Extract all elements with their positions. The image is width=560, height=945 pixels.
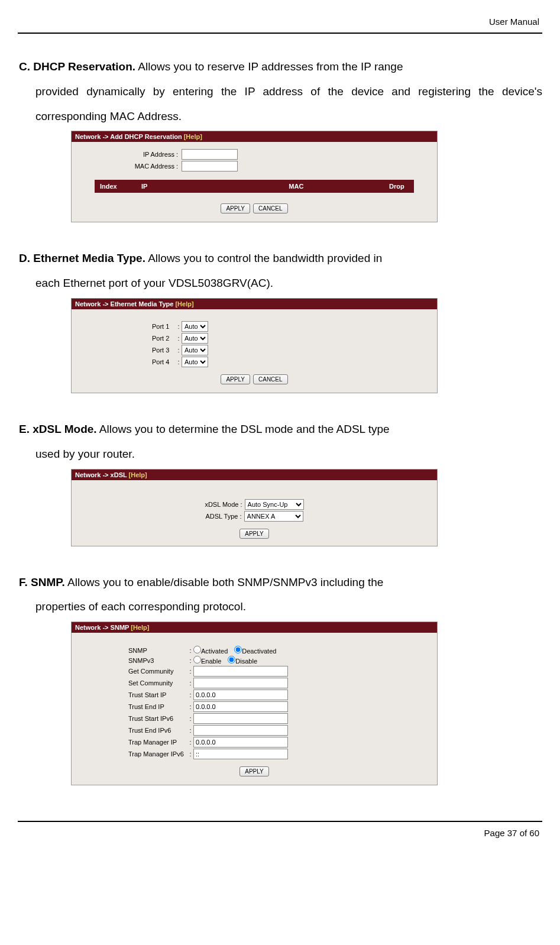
getc-label: Get Community	[75, 668, 187, 675]
adsl-label: ADSL Type :	[205, 513, 244, 520]
cancel-button[interactable]: CANCEL	[253, 374, 288, 384]
reservation-table: Index IP MAC Drop	[95, 180, 414, 193]
section-body: provided dynamically by entering the IP …	[19, 79, 542, 129]
panel-title: Network -> SNMP [Help]	[72, 622, 437, 633]
page-number: Page 37	[484, 828, 517, 838]
section-e: E. xDSL Mode. Allows you to determine th…	[18, 417, 542, 546]
xdsl-label: xDSL Mode :	[205, 501, 244, 508]
ts6-label: Trust Start IPv6	[75, 715, 187, 722]
section-d: D. Ethernet Media Type. Allows you to co…	[18, 246, 542, 393]
footer: Page 37 of 60	[18, 821, 542, 838]
snmpv3-enable-radio[interactable]	[193, 656, 201, 664]
disable-label: Disable	[235, 658, 257, 665]
th-index: Index	[95, 180, 137, 193]
mac-input[interactable]	[182, 161, 238, 171]
panel-title: Network -> Ethernet Media Type [Help]	[72, 299, 437, 309]
section-lead: Allows you to reserve IP addresses from …	[135, 60, 403, 73]
xdsl-panel: Network -> xDSL [Help] xDSL Mode : Auto …	[71, 469, 438, 546]
te-input[interactable]	[193, 701, 288, 712]
section-f: F. SNMP. Allows you to enable/disable bo…	[18, 570, 542, 786]
apply-button[interactable]: APPLY	[221, 203, 250, 213]
apply-button[interactable]: APPLY	[239, 766, 269, 776]
ts6-input[interactable]	[193, 713, 288, 724]
section-lead: Allows you to enable/disable both SNMP/S…	[65, 576, 384, 588]
section-letter: E.	[19, 423, 30, 435]
snmp-deactivated-radio[interactable]	[234, 646, 242, 653]
th-ip: IP	[136, 180, 283, 193]
xdsl-select[interactable]: Auto Sync-Up	[245, 499, 304, 510]
deactivated-label: Deactivated	[242, 648, 276, 655]
ip-label: IP Address :	[75, 151, 182, 158]
section-body: used by your router.	[19, 442, 542, 467]
mac-label: MAC Address :	[75, 163, 182, 170]
snmpv3-disable-radio[interactable]	[228, 656, 235, 664]
getc-input[interactable]	[193, 666, 288, 677]
help-link[interactable]: [Help]	[175, 300, 193, 308]
ts-label: Trust Start IP	[75, 691, 187, 698]
section-lead: Allows you to control the bandwidth prov…	[145, 252, 382, 264]
panel-title: Network -> xDSL [Help]	[72, 470, 437, 480]
tm6-label: Trap Manager IPv6	[75, 750, 187, 758]
dhcp-panel: Network -> Add DHCP Reservation [Help] I…	[71, 131, 438, 222]
tm6-input[interactable]	[193, 749, 288, 759]
cancel-button[interactable]: CANCEL	[253, 203, 288, 213]
section-body: properties of each corresponding protoco…	[19, 594, 542, 619]
section-letter: F.	[19, 576, 28, 588]
port-label: Port 1	[75, 323, 176, 330]
section-body: each Ethernet port of your VDSL5038GRV(A…	[19, 271, 542, 296]
port3-select[interactable]: Auto	[182, 345, 208, 355]
section-title: DHCP Reservation.	[33, 60, 135, 73]
snmp-label: SNMP	[75, 647, 187, 654]
tm-input[interactable]	[193, 737, 288, 747]
section-title: xDSL Mode.	[33, 423, 96, 435]
activated-label: Activated	[201, 648, 228, 655]
port4-select[interactable]: Auto	[182, 357, 208, 367]
ethernet-panel: Network -> Ethernet Media Type [Help] Po…	[71, 298, 438, 393]
port-label: Port 2	[75, 335, 176, 342]
port2-select[interactable]: Auto	[182, 333, 208, 344]
te-label: Trust End IP	[75, 703, 187, 710]
section-title: SNMP.	[31, 576, 65, 588]
apply-button[interactable]: APPLY	[221, 374, 250, 384]
te6-input[interactable]	[193, 725, 288, 736]
th-drop: Drop	[384, 180, 413, 193]
tm-label: Trap Manager IP	[75, 739, 187, 746]
header-title: User Manual	[18, 12, 542, 34]
port-label: Port 4	[75, 358, 176, 365]
help-link[interactable]: [Help]	[129, 471, 147, 478]
help-link[interactable]: [Help]	[131, 624, 149, 631]
section-lead: Allows you to determine the DSL mode and…	[97, 423, 390, 435]
ts-input[interactable]	[193, 690, 288, 700]
section-c: C. DHCP Reservation. Allows you to reser…	[18, 54, 542, 222]
setc-input[interactable]	[193, 678, 288, 688]
help-link[interactable]: [Help]	[184, 133, 202, 140]
port1-select[interactable]: Auto	[182, 321, 208, 332]
snmpv3-label: SNMPv3	[75, 657, 187, 664]
ip-input[interactable]	[182, 149, 238, 160]
adsl-select[interactable]: ANNEX A	[244, 511, 303, 522]
snmp-activated-radio[interactable]	[193, 646, 201, 653]
page-total: of 60	[520, 828, 539, 838]
section-title: Ethernet Media Type.	[33, 252, 145, 264]
te6-label: Trust End IPv6	[75, 727, 187, 734]
section-letter: C.	[19, 60, 30, 73]
section-letter: D.	[19, 252, 30, 264]
port-label: Port 3	[75, 347, 176, 354]
enable-label: Enable	[201, 658, 221, 665]
apply-button[interactable]: APPLY	[239, 529, 269, 539]
snmp-panel: Network -> SNMP [Help] SNMP: Activated D…	[71, 622, 438, 785]
th-mac: MAC	[284, 180, 384, 193]
panel-title: Network -> Add DHCP Reservation [Help]	[72, 131, 437, 142]
setc-label: Set Community	[75, 679, 187, 687]
